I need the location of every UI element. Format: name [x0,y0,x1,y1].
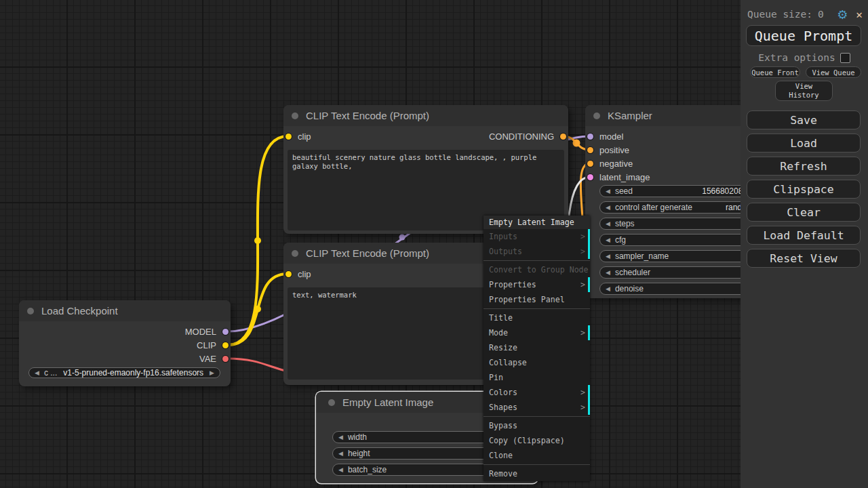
context-menu: Empty Latent Image Inputs> Outputs> Conv… [484,216,590,481]
port-latent-image-input[interactable] [587,174,593,180]
prev-value-icon[interactable]: ◀ [35,369,39,376]
port-conditioning-output[interactable] [560,134,566,140]
menu-item-colors[interactable]: Colors> [484,385,590,400]
extra-options-checkbox[interactable] [840,53,850,63]
port-label-vae: VAE [199,354,216,364]
prev-value-icon[interactable]: ◀ [606,285,610,292]
submenu-arrow-icon: > [580,400,585,415]
port-label-positive: positive [599,145,629,155]
widget-label: c ... [44,368,57,378]
prev-value-icon[interactable]: ◀ [606,269,610,276]
menu-item-convert-to-group-node: Convert to Group Node [484,262,590,277]
port-negative-input[interactable] [587,161,593,167]
menu-separator [484,308,590,309]
prev-value-icon[interactable]: ◀ [338,434,343,441]
port-clip-input[interactable] [285,134,292,140]
widget-value: v1-5-pruned-emaonly-fp16.safetensors [63,368,203,378]
save-button[interactable]: Save [747,110,861,129]
menu-separator [484,416,590,417]
menu-separator [484,260,590,261]
collapse-dot-icon[interactable] [27,308,34,314]
load-button[interactable]: Load [747,134,861,152]
settings-gear-icon[interactable]: ⚙ [837,7,848,22]
queue-front-button[interactable]: Queue Front [750,66,800,78]
clear-button[interactable]: Clear [747,203,861,222]
port-positive-input[interactable] [587,147,593,153]
menu-item-collapse[interactable]: Collapse [484,355,590,370]
view-history-button[interactable]: ViewHistory [775,81,833,101]
menu-item-remove[interactable]: Remove [484,466,590,481]
node-title-bar[interactable]: Load Checkpoint [19,300,231,321]
node-title: Empty Latent Image [342,396,433,408]
menu-item-clone[interactable]: Clone [484,448,590,463]
node-load-checkpoint[interactable]: Load Checkpoint MODEL CLIP VAE ◀ c ... v… [19,300,231,386]
menu-item-inputs: Inputs> [484,229,590,244]
refresh-button[interactable]: Refresh [747,157,861,176]
prev-value-icon[interactable]: ◀ [606,237,610,243]
queue-prompt-button[interactable]: Queue Prompt [746,25,861,46]
node-title: KSampler [608,110,652,121]
collapse-dot-icon[interactable] [292,113,298,119]
submenu-arrow-icon: > [580,244,585,259]
widget-label: seed [615,186,633,196]
collapse-dot-icon[interactable] [292,250,298,257]
menu-item-resize[interactable]: Resize [484,340,590,355]
port-model-input[interactable] [587,134,593,140]
menu-item-properties[interactable]: Properties> [484,277,590,292]
widget-label: sampler_name [615,251,669,261]
reset-view-button[interactable]: Reset View [747,249,861,268]
context-menu-title: Empty Latent Image [484,216,590,229]
node-title-bar[interactable]: CLIP Text Encode (Prompt) [283,105,568,126]
collapse-dot-icon[interactable] [593,113,600,119]
menu-separator [484,464,590,465]
port-model-output[interactable] [222,329,229,335]
node-title: CLIP Text Encode (Prompt) [306,247,429,259]
prev-value-icon[interactable]: ◀ [606,204,610,211]
submenu-arrow-icon: > [580,229,585,244]
queue-size-value: 0 [818,9,824,20]
prev-value-icon[interactable]: ◀ [338,450,343,457]
node-title: CLIP Text Encode (Prompt) [306,110,429,121]
menu-item-properties-panel[interactable]: Properties Panel [484,292,590,307]
menu-item-shapes[interactable]: Shapes> [484,400,590,415]
widget-label: cfg [615,235,626,245]
menu-item-copy-clipspace[interactable]: Copy (Clipspace) [484,433,590,448]
port-clip-input[interactable] [285,271,292,277]
widget-label: control after generate [615,203,692,212]
prev-value-icon[interactable]: ◀ [606,188,610,195]
collapse-dot-icon[interactable] [328,399,335,406]
clipspace-button[interactable]: Clipspace [747,180,861,199]
menu-item-pin[interactable]: Pin [484,370,590,385]
next-value-icon[interactable]: ▶ [210,369,214,376]
submenu-arrow-icon: > [580,325,585,340]
submenu-arrow-icon: > [580,385,585,400]
menu-item-bypass[interactable]: Bypass [484,418,590,433]
port-vae-output[interactable] [222,356,229,362]
widget-label: denoise [615,284,644,293]
menu-item-mode[interactable]: Mode> [484,325,590,340]
comfy-menu-panel: Queue size: 0 ⚙ ✕ Queue Prompt Extra opt… [741,0,868,488]
close-icon[interactable]: ✕ [856,8,863,21]
node-clip-text-encode-positive[interactable]: CLIP Text Encode (Prompt) clip CONDITION… [283,105,568,234]
port-label-clip: clip [298,269,311,279]
queue-size-label: Queue size: [747,9,812,20]
port-label-conditioning: CONDITIONING [489,131,554,142]
widget-label: scheduler [615,268,650,277]
load-default-button[interactable]: Load Default [747,226,861,245]
node-title: Load Checkpoint [41,305,118,317]
port-label-model: MODEL [185,327,216,337]
port-label-latent-image: latent_image [599,172,650,182]
port-label-negative: negative [599,159,633,169]
widget-label: steps [615,219,635,228]
prev-value-icon[interactable]: ◀ [338,466,343,473]
widget-label: batch_size [348,465,387,474]
submenu-arrow-icon: > [580,277,585,292]
widget-label: height [348,449,370,458]
port-label-model: model [599,131,623,142]
menu-item-title[interactable]: Title [484,310,590,325]
prev-value-icon[interactable]: ◀ [606,220,610,227]
port-clip-output[interactable] [222,342,229,348]
view-queue-button[interactable]: View Queue [806,66,861,78]
prev-value-icon[interactable]: ◀ [606,253,610,260]
widget-ckpt-name[interactable]: ◀ c ... v1-5-pruned-emaonly-fp16.safeten… [28,367,220,378]
